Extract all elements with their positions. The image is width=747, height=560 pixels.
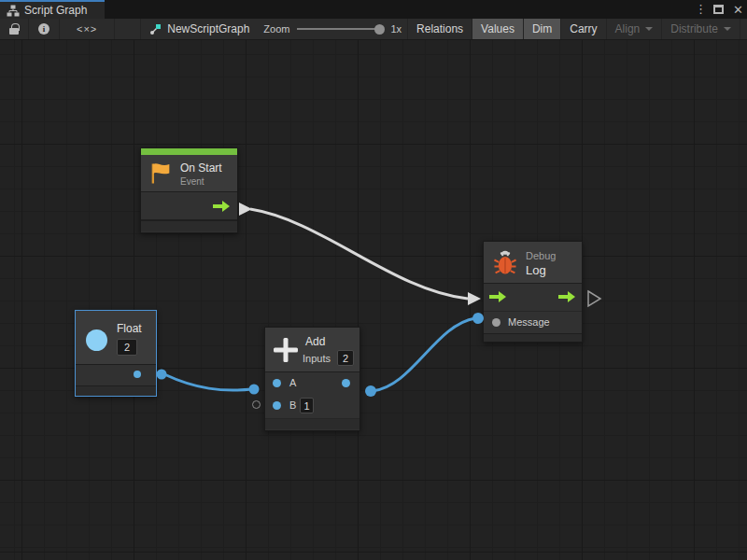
lock-button[interactable] (0, 19, 29, 39)
node-title: Log (526, 263, 546, 277)
kebab-menu-icon[interactable]: ⋮ (695, 0, 704, 19)
dim-toggle[interactable]: Dim (524, 19, 561, 39)
tab-label: Script Graph (24, 4, 87, 17)
port-a-label: A (289, 377, 296, 388)
float-value-field[interactable]: 2 (117, 339, 137, 356)
node-add[interactable]: Add Inputs 2 A B 1 (264, 327, 360, 431)
input-port-a[interactable] (273, 379, 281, 387)
close-icon[interactable]: ✕ (733, 3, 743, 17)
message-port-label: Message (508, 316, 550, 328)
message-input-port[interactable] (492, 318, 500, 327)
port-row-b: B 1 (265, 396, 359, 418)
tab-strip: Script Graph ⋮ ✕ (0, 0, 747, 19)
flag-icon (148, 161, 174, 187)
chevron-down-icon (645, 27, 653, 31)
zoom-slider-handle[interactable] (374, 24, 385, 35)
port-b-label: B (289, 399, 296, 411)
node-footer (141, 220, 237, 231)
tab-script-graph[interactable]: Script Graph (0, 0, 105, 19)
inputs-label: Inputs (303, 353, 331, 364)
node-title: Float (117, 322, 142, 335)
zoom-value: 1x (390, 23, 402, 35)
node-subtitle: Debug (526, 250, 556, 261)
zoom-label: Zoom (263, 23, 289, 35)
plus-icon (274, 338, 298, 362)
node-title: On Start (180, 161, 222, 175)
node-subtitle: Event (180, 176, 204, 187)
graph-canvas[interactable]: On Start Event Debug Log (0, 40, 747, 560)
node-footer (265, 418, 359, 429)
chevron-down-icon (724, 27, 731, 31)
value-output-port[interactable] (342, 379, 350, 387)
node-debug-log[interactable]: Debug Log Message (483, 241, 583, 343)
graph-name: NewScriptGraph (167, 22, 249, 35)
port-b-value-field[interactable]: 1 (300, 398, 314, 413)
node-float[interactable]: Float 2 (75, 310, 157, 397)
port-row-a: A (265, 372, 359, 396)
info-icon: i (38, 23, 49, 35)
code-preview-button[interactable]: <×> (60, 19, 115, 39)
overview-button[interactable]: Overview (740, 19, 747, 39)
control-output-port[interactable] (558, 291, 575, 302)
node-header: Add Inputs 2 (265, 328, 359, 372)
node-header: Float 2 (76, 311, 156, 365)
event-accent-bar (141, 148, 237, 155)
graph-toolbar: i <×> NewScriptGraph Zoom 1x Relations V… (0, 19, 747, 40)
control-port-row (484, 284, 582, 311)
distribute-dropdown[interactable]: Distribute (662, 19, 740, 39)
node-footer (484, 333, 582, 342)
inputs-count-field[interactable]: 2 (337, 350, 354, 366)
graph-name-button[interactable]: NewScriptGraph (141, 19, 258, 39)
input-port-b[interactable] (273, 401, 281, 410)
unconnected-port-indicator (252, 400, 261, 409)
node-on-start[interactable]: On Start Event (140, 147, 238, 233)
node-port-row (141, 192, 237, 220)
unity-script-graph-window: { "window": { "tab_label": "Script Graph… (0, 0, 747, 560)
message-port-row: Message (484, 311, 582, 333)
carry-toggle[interactable]: Carry (561, 19, 606, 39)
relations-button[interactable]: Relations (407, 19, 472, 39)
window-controls: ⋮ ✕ (695, 0, 743, 19)
graph-asset-icon (149, 23, 162, 35)
bug-icon (492, 249, 518, 277)
float-circle-icon (86, 329, 107, 351)
code-icon: <×> (77, 23, 97, 35)
lock-icon (9, 28, 19, 35)
node-title: Add (305, 335, 325, 348)
sitemap-icon (7, 5, 20, 17)
zoom-control: Zoom 1x (258, 19, 407, 39)
node-port-row (76, 365, 156, 385)
node-footer (76, 385, 156, 396)
node-header: Debug Log (484, 242, 582, 284)
maximize-icon[interactable] (713, 5, 724, 14)
node-header: On Start Event (141, 155, 237, 192)
control-output-port[interactable] (213, 201, 230, 212)
control-input-port[interactable] (489, 291, 506, 302)
zoom-slider[interactable] (297, 28, 383, 30)
align-dropdown[interactable]: Align (607, 19, 663, 39)
value-output-port[interactable] (134, 371, 141, 378)
values-toggle[interactable]: Values (472, 19, 524, 39)
inspect-button[interactable]: i (29, 19, 60, 39)
